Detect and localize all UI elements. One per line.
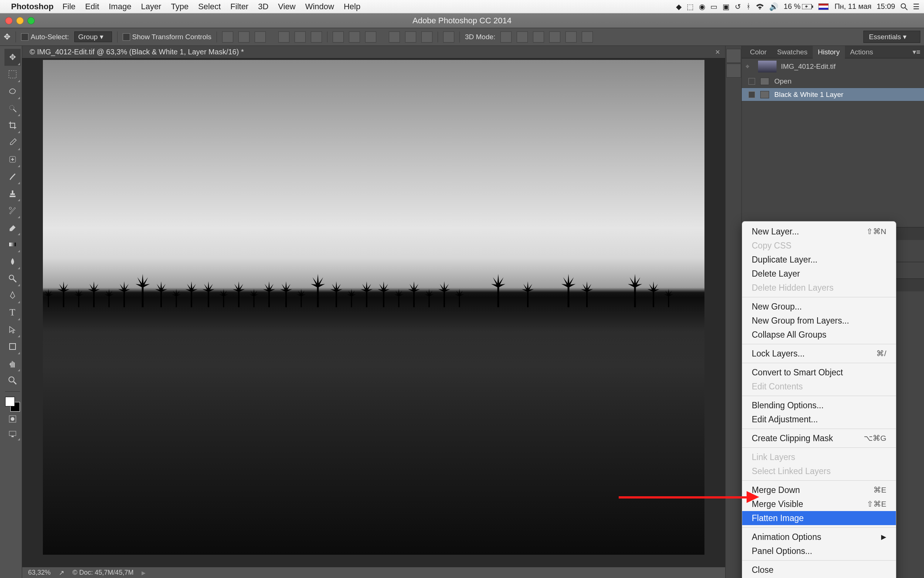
tab-color[interactable]: Color [745, 46, 772, 58]
menu-item-duplicate-layer[interactable]: Duplicate Layer... [742, 253, 896, 266]
cc-icon[interactable]: ◉ [699, 2, 705, 11]
menu-item-merge-visible[interactable]: Merge Visible⇧⌘E [742, 497, 896, 511]
zoom-tool[interactable] [5, 372, 21, 389]
menu-item-new-group-from-layers[interactable]: New Group from Layers... [742, 313, 896, 328]
menu-filter[interactable]: Filter [230, 2, 248, 11]
notification-icon[interactable]: ☰ [913, 2, 919, 11]
blur-tool[interactable] [5, 253, 21, 270]
distribute-right-icon[interactable] [421, 31, 432, 42]
3d-scale-icon[interactable] [565, 31, 576, 42]
shape-tool[interactable] [5, 338, 21, 355]
menu-item-blending-options[interactable]: Blending Options... [742, 398, 896, 412]
screen-mode-tool[interactable] [5, 426, 21, 441]
menu-item-panel-options[interactable]: Panel Options... [742, 544, 896, 558]
canvas[interactable] [22, 58, 725, 567]
auto-select-dropdown[interactable]: Group ▾ [74, 31, 112, 42]
history-brush-tool[interactable] [5, 202, 21, 219]
battery-status[interactable]: 16 % [783, 2, 813, 11]
volume-icon[interactable]: 🔊 [769, 2, 778, 11]
align-left-icon[interactable] [278, 31, 290, 42]
dodge-tool[interactable] [5, 270, 21, 287]
workspace-dropdown[interactable]: Essentials ▾ [863, 31, 920, 43]
menu-item-new-layer[interactable]: New Layer...⇧⌘N [742, 224, 896, 239]
bluetooth-icon[interactable]: ᚼ [746, 2, 751, 11]
menu-item-edit-adjustment[interactable]: Edit Adjustment... [742, 412, 896, 426]
menu-item-flatten-image[interactable]: Flatten Image [742, 511, 896, 525]
time-display[interactable]: 15:09 [877, 2, 895, 11]
crop-tool[interactable] [5, 117, 21, 134]
3d-orbit-icon[interactable] [500, 31, 511, 42]
path-select-tool[interactable] [5, 321, 21, 338]
timemachine-icon[interactable]: ↺ [735, 2, 741, 11]
status-more-icon[interactable]: ▶ [142, 570, 146, 576]
stamp-tool[interactable] [5, 185, 21, 202]
eyedropper-tool[interactable] [5, 134, 21, 151]
3d-pan-icon[interactable] [533, 31, 544, 42]
menu-view[interactable]: View [278, 2, 295, 11]
minimize-window-button[interactable] [16, 17, 24, 24]
close-window-button[interactable] [5, 17, 13, 24]
close-tab-icon[interactable]: × [715, 47, 720, 57]
menu-edit[interactable]: Edit [85, 2, 99, 11]
distribute-hcenter-icon[interactable] [405, 31, 416, 42]
zoom-window-button[interactable] [28, 17, 35, 24]
distribute-vcenter-icon[interactable] [349, 31, 360, 42]
auto-align-icon[interactable] [443, 31, 454, 42]
history-item[interactable]: Open [742, 75, 924, 88]
quick-mask-tool[interactable] [5, 412, 21, 426]
lasso-tool[interactable] [5, 83, 21, 100]
quick-select-tool[interactable] [5, 100, 21, 117]
move-tool[interactable]: ✥ [5, 49, 21, 66]
tab-actions[interactable]: Actions [845, 46, 878, 58]
pen-tool[interactable] [5, 287, 21, 304]
display-icon[interactable]: ▭ [710, 2, 717, 11]
menu-help[interactable]: Help [344, 2, 360, 11]
collapsed-panel-icon[interactable] [726, 63, 741, 78]
panel-menu-icon[interactable]: ▾≡ [909, 48, 924, 56]
menu-item-convert-to-smart-object[interactable]: Convert to Smart Object [742, 365, 896, 380]
hand-tool[interactable] [5, 355, 21, 372]
app-menu[interactable]: Photoshop [11, 2, 53, 11]
color-swatches[interactable] [5, 397, 20, 412]
marquee-tool[interactable] [5, 66, 21, 83]
distribute-bottom-icon[interactable] [365, 31, 376, 42]
tab-history[interactable]: History [813, 46, 845, 58]
dropbox-icon[interactable]: ⬚ [687, 2, 694, 11]
menu-layer[interactable]: Layer [141, 2, 161, 11]
auto-select-checkbox[interactable]: Auto-Select: [21, 33, 69, 41]
menu-image[interactable]: Image [108, 2, 131, 11]
type-tool[interactable]: T [5, 304, 21, 321]
collapsed-panel-icon[interactable] [726, 49, 741, 63]
3d-camera-icon[interactable] [582, 31, 593, 42]
spotlight-icon[interactable] [900, 3, 908, 10]
menu-select[interactable]: Select [198, 2, 221, 11]
tab-swatches[interactable]: Swatches [772, 46, 812, 58]
wifi-icon[interactable] [756, 4, 764, 10]
menu-item-close[interactable]: Close [742, 563, 896, 577]
evernote-icon[interactable]: ◆ [676, 2, 681, 11]
menu-item-animation-options[interactable]: Animation Options▶ [742, 530, 896, 544]
align-top-icon[interactable] [222, 31, 233, 42]
menu-3d[interactable]: 3D [258, 2, 268, 11]
show-transform-checkbox[interactable]: Show Transform Controls [123, 33, 211, 41]
menu-file[interactable]: File [63, 2, 75, 11]
menu-type[interactable]: Type [171, 2, 188, 11]
menu-item-delete-layer[interactable]: Delete Layer [742, 266, 896, 281]
menu-window[interactable]: Window [305, 2, 334, 11]
input-source[interactable] [818, 3, 829, 10]
3d-roll-icon[interactable] [517, 31, 528, 42]
healing-tool[interactable] [5, 151, 21, 168]
menu-item-lock-layers[interactable]: Lock Layers...⌘/ [742, 346, 896, 360]
align-right-icon[interactable] [311, 31, 322, 42]
eraser-tool[interactable] [5, 219, 21, 236]
menu-item-merge-down[interactable]: Merge Down⌘E [742, 483, 896, 497]
menu-item-create-clipping-mask[interactable]: Create Clipping Mask⌥⌘G [742, 431, 896, 445]
document-tab[interactable]: © IMG_4012-Edit.tif @ 63,3% (Black & Whi… [22, 46, 725, 58]
distribute-top-icon[interactable] [333, 31, 344, 42]
date-display[interactable]: Пн, 11 мая [835, 2, 872, 11]
history-item-selected[interactable]: Black & White 1 Layer [742, 88, 924, 101]
distribute-left-icon[interactable] [389, 31, 400, 42]
brush-tool[interactable] [5, 168, 21, 185]
menu-item-collapse-all-groups[interactable]: Collapse All Groups [742, 328, 896, 342]
align-hcenter-icon[interactable] [295, 31, 306, 42]
